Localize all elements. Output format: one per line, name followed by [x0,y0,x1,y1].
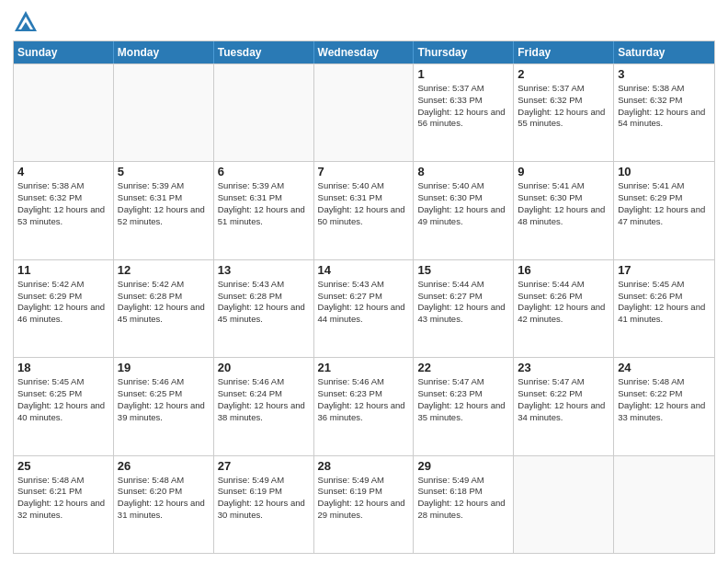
day-cell-28: 28Sunrise: 5:49 AM Sunset: 6:19 PM Dayli… [314,456,415,553]
day-cell-21: 21Sunrise: 5:46 AM Sunset: 6:23 PM Dayli… [314,358,415,454]
header [13,9,715,35]
day-number: 26 [118,459,210,473]
day-number: 2 [518,67,609,81]
day-number: 22 [417,361,509,374]
day-number: 4 [17,165,109,178]
day-info: Sunrise: 5:39 AM Sunset: 6:31 PM Dayligh… [218,180,310,227]
day-cell-29: 29Sunrise: 5:49 AM Sunset: 6:18 PM Dayli… [414,456,514,553]
day-number: 25 [17,459,109,473]
day-number: 12 [118,263,210,277]
day-cell-empty [614,456,714,553]
day-cell-25: 25Sunrise: 5:48 AM Sunset: 6:21 PM Dayli… [14,456,114,553]
week-row-1: 4Sunrise: 5:38 AM Sunset: 6:32 PM Daylig… [14,161,714,259]
day-number: 20 [218,361,310,374]
day-info: Sunrise: 5:47 AM Sunset: 6:22 PM Dayligh… [518,376,609,423]
day-number: 3 [618,67,711,81]
day-cell-8: 8Sunrise: 5:40 AM Sunset: 6:30 PM Daylig… [414,162,514,259]
day-cell-18: 18Sunrise: 5:45 AM Sunset: 6:25 PM Dayli… [14,358,114,454]
day-info: Sunrise: 5:37 AM Sunset: 6:32 PM Dayligh… [518,83,609,130]
day-cell-19: 19Sunrise: 5:46 AM Sunset: 6:25 PM Dayli… [114,358,214,454]
day-number: 14 [318,263,410,277]
day-cell-empty [114,64,214,161]
day-number: 9 [518,165,609,178]
day-info: Sunrise: 5:40 AM Sunset: 6:31 PM Dayligh… [318,180,410,227]
day-number: 5 [118,165,210,178]
header-day-tuesday: Tuesday [214,41,314,63]
day-cell-27: 27Sunrise: 5:49 AM Sunset: 6:19 PM Dayli… [214,456,314,553]
day-cell-4: 4Sunrise: 5:38 AM Sunset: 6:32 PM Daylig… [14,162,114,259]
day-info: Sunrise: 5:43 AM Sunset: 6:27 PM Dayligh… [318,279,410,326]
page: SundayMondayTuesdayWednesdayThursdayFrid… [0,0,728,563]
day-cell-13: 13Sunrise: 5:43 AM Sunset: 6:28 PM Dayli… [214,260,314,357]
calendar-body: 1Sunrise: 5:37 AM Sunset: 6:33 PM Daylig… [14,63,714,553]
day-info: Sunrise: 5:43 AM Sunset: 6:28 PM Dayligh… [218,279,310,326]
day-cell-empty [314,64,415,161]
day-info: Sunrise: 5:46 AM Sunset: 6:23 PM Dayligh… [318,376,410,423]
day-info: Sunrise: 5:41 AM Sunset: 6:29 PM Dayligh… [618,180,711,227]
day-info: Sunrise: 5:46 AM Sunset: 6:24 PM Dayligh… [218,376,310,423]
day-number: 27 [218,459,310,473]
day-info: Sunrise: 5:42 AM Sunset: 6:28 PM Dayligh… [118,279,210,326]
day-cell-7: 7Sunrise: 5:40 AM Sunset: 6:31 PM Daylig… [314,162,415,259]
header-day-friday: Friday [514,41,614,63]
day-cell-empty [214,64,314,161]
day-cell-11: 11Sunrise: 5:42 AM Sunset: 6:29 PM Dayli… [14,260,114,357]
day-cell-12: 12Sunrise: 5:42 AM Sunset: 6:28 PM Dayli… [114,260,214,357]
day-info: Sunrise: 5:41 AM Sunset: 6:30 PM Dayligh… [518,180,609,227]
day-number: 13 [218,263,310,277]
day-info: Sunrise: 5:45 AM Sunset: 6:26 PM Dayligh… [618,279,711,326]
day-info: Sunrise: 5:49 AM Sunset: 6:19 PM Dayligh… [318,475,410,522]
day-number: 7 [318,165,410,178]
day-cell-10: 10Sunrise: 5:41 AM Sunset: 6:29 PM Dayli… [614,162,714,259]
week-row-3: 18Sunrise: 5:45 AM Sunset: 6:25 PM Dayli… [14,357,714,454]
day-cell-26: 26Sunrise: 5:48 AM Sunset: 6:20 PM Dayli… [114,456,214,553]
day-info: Sunrise: 5:42 AM Sunset: 6:29 PM Dayligh… [17,279,109,326]
header-day-sunday: Sunday [14,41,114,63]
day-cell-3: 3Sunrise: 5:38 AM Sunset: 6:32 PM Daylig… [614,64,714,161]
day-cell-6: 6Sunrise: 5:39 AM Sunset: 6:31 PM Daylig… [214,162,314,259]
header-day-wednesday: Wednesday [314,41,415,63]
day-number: 10 [618,165,711,178]
day-cell-2: 2Sunrise: 5:37 AM Sunset: 6:32 PM Daylig… [514,64,614,161]
day-number: 29 [417,459,509,473]
day-number: 23 [518,361,609,374]
day-cell-16: 16Sunrise: 5:44 AM Sunset: 6:26 PM Dayli… [514,260,614,357]
day-info: Sunrise: 5:48 AM Sunset: 6:20 PM Dayligh… [118,475,210,522]
week-row-4: 25Sunrise: 5:48 AM Sunset: 6:21 PM Dayli… [14,455,714,553]
header-day-thursday: Thursday [414,41,514,63]
day-number: 11 [17,263,109,277]
day-cell-1: 1Sunrise: 5:37 AM Sunset: 6:33 PM Daylig… [414,64,514,161]
day-info: Sunrise: 5:48 AM Sunset: 6:22 PM Dayligh… [618,376,711,423]
day-info: Sunrise: 5:49 AM Sunset: 6:18 PM Dayligh… [417,475,509,522]
week-row-2: 11Sunrise: 5:42 AM Sunset: 6:29 PM Dayli… [14,259,714,357]
day-number: 1 [417,67,509,81]
day-cell-23: 23Sunrise: 5:47 AM Sunset: 6:22 PM Dayli… [514,358,614,454]
day-number: 18 [17,361,109,374]
day-number: 24 [618,361,711,374]
logo-area [13,9,42,35]
day-number: 17 [618,263,711,277]
day-info: Sunrise: 5:46 AM Sunset: 6:25 PM Dayligh… [118,376,210,423]
day-info: Sunrise: 5:48 AM Sunset: 6:21 PM Dayligh… [17,475,109,522]
day-info: Sunrise: 5:38 AM Sunset: 6:32 PM Dayligh… [17,180,109,227]
day-cell-14: 14Sunrise: 5:43 AM Sunset: 6:27 PM Dayli… [314,260,415,357]
day-cell-22: 22Sunrise: 5:47 AM Sunset: 6:23 PM Dayli… [414,358,514,454]
day-number: 15 [417,263,509,277]
calendar-header: SundayMondayTuesdayWednesdayThursdayFrid… [14,41,714,63]
day-number: 21 [318,361,410,374]
day-info: Sunrise: 5:44 AM Sunset: 6:26 PM Dayligh… [518,279,609,326]
calendar: SundayMondayTuesdayWednesdayThursdayFrid… [13,40,715,554]
day-number: 16 [518,263,609,277]
day-info: Sunrise: 5:49 AM Sunset: 6:19 PM Dayligh… [218,475,310,522]
logo-icon [13,9,39,35]
day-info: Sunrise: 5:39 AM Sunset: 6:31 PM Dayligh… [118,180,210,227]
day-info: Sunrise: 5:47 AM Sunset: 6:23 PM Dayligh… [417,376,509,423]
day-info: Sunrise: 5:40 AM Sunset: 6:30 PM Dayligh… [417,180,509,227]
day-number: 6 [218,165,310,178]
day-info: Sunrise: 5:44 AM Sunset: 6:27 PM Dayligh… [417,279,509,326]
day-cell-17: 17Sunrise: 5:45 AM Sunset: 6:26 PM Dayli… [614,260,714,357]
day-info: Sunrise: 5:37 AM Sunset: 6:33 PM Dayligh… [417,83,509,130]
day-cell-empty [514,456,614,553]
day-number: 19 [118,361,210,374]
day-info: Sunrise: 5:45 AM Sunset: 6:25 PM Dayligh… [17,376,109,423]
